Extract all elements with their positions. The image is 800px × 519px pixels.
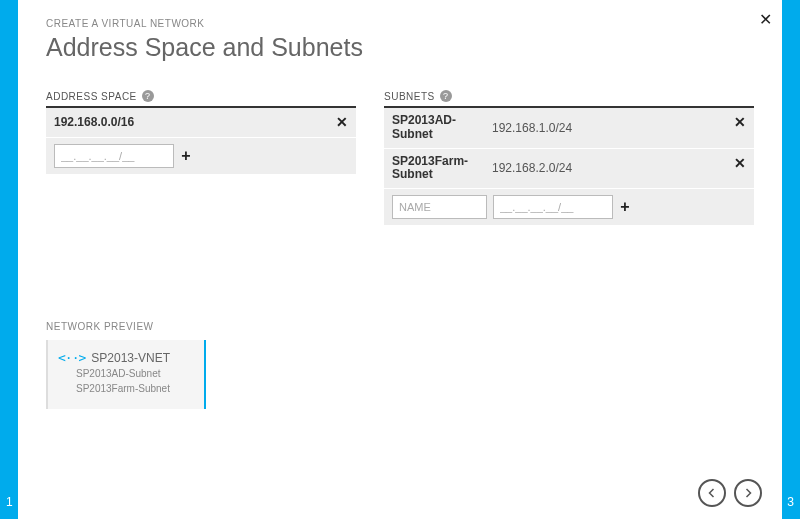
subnets-label: SUBNETS ? [384,90,754,108]
page-title: Address Space and Subnets [46,33,754,62]
address-space-label: ADDRESS SPACE ? [46,90,356,108]
delete-icon[interactable]: ✕ [734,155,746,171]
wizard-bar-right [782,0,800,519]
subnet-name: SP2013AD-Subnet [392,114,492,142]
wizard-step-current: 1 [6,495,13,509]
vnet-icon: <··> [58,350,85,365]
address-space-section: ADDRESS SPACE ? 192.168.0.0/16 ✕ + [46,90,356,226]
next-button[interactable] [734,479,762,507]
address-space-input[interactable] [54,144,174,168]
address-space-add-row: + [46,138,356,175]
subnet-name: SP2013Farm-Subnet [392,155,492,183]
preview-subnet: SP2013AD-Subnet [76,367,192,380]
back-button[interactable] [698,479,726,507]
wizard-bar-left [0,0,18,519]
subnet-row: SP2013AD-Subnet 192.168.1.0/24 ✕ [384,108,754,149]
arrow-left-icon [706,487,718,499]
wizard-eyebrow: CREATE A VIRTUAL NETWORK [46,18,754,29]
address-space-label-text: ADDRESS SPACE [46,91,137,102]
help-icon[interactable]: ? [142,90,154,102]
add-icon[interactable]: + [617,199,633,215]
close-icon[interactable]: ✕ [759,10,772,29]
subnet-name-input[interactable] [392,195,487,219]
subnet-cidr: 192.168.1.0/24 [492,121,572,135]
help-icon[interactable]: ? [440,90,452,102]
address-space-cidr: 192.168.0.0/16 [54,116,134,130]
subnets-section: SUBNETS ? SP2013AD-Subnet 192.168.1.0/24… [384,90,754,226]
network-preview-section: NETWORK PREVIEW <··> SP2013-VNET SP2013A… [46,321,754,409]
subnet-add-row: + [384,189,754,226]
vnet-name: SP2013-VNET [91,351,170,365]
network-preview-box: <··> SP2013-VNET SP2013AD-Subnet SP2013F… [46,340,206,409]
delete-icon[interactable]: ✕ [734,114,746,130]
preview-subnet: SP2013Farm-Subnet [76,382,192,395]
subnet-cidr: 192.168.2.0/24 [492,161,572,175]
address-space-row: 192.168.0.0/16 ✕ [46,108,356,138]
subnets-label-text: SUBNETS [384,91,435,102]
delete-icon[interactable]: ✕ [336,114,348,130]
wizard-step-total: 3 [787,495,794,509]
arrow-right-icon [742,487,754,499]
add-icon[interactable]: + [178,148,194,164]
subnet-row: SP2013Farm-Subnet 192.168.2.0/24 ✕ [384,149,754,190]
subnet-cidr-input[interactable] [493,195,613,219]
network-preview-label: NETWORK PREVIEW [46,321,754,332]
